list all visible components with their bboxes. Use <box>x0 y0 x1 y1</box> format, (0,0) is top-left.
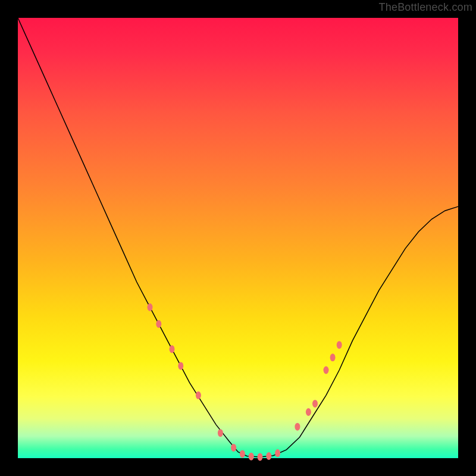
data-marker <box>330 353 336 361</box>
data-marker <box>156 320 161 328</box>
chart-frame <box>18 18 458 458</box>
data-marker <box>295 423 300 431</box>
data-marker <box>324 367 329 374</box>
data-marker <box>240 450 245 458</box>
data-marker <box>266 452 271 460</box>
chart-svg <box>18 18 458 458</box>
data-marker <box>148 303 153 311</box>
data-marker <box>312 400 318 408</box>
data-marker <box>170 345 175 353</box>
data-marker <box>306 408 311 416</box>
data-marker <box>258 453 263 461</box>
watermark-text: TheBottleneck.com <box>379 1 472 14</box>
data-marker <box>231 444 236 452</box>
data-marker <box>249 453 254 461</box>
data-marker <box>178 362 183 369</box>
data-marker <box>337 341 342 349</box>
bottleneck-curve <box>18 18 458 457</box>
data-marker <box>218 429 223 437</box>
data-marker <box>196 392 201 399</box>
markers-group <box>148 303 342 461</box>
data-marker <box>275 449 280 457</box>
